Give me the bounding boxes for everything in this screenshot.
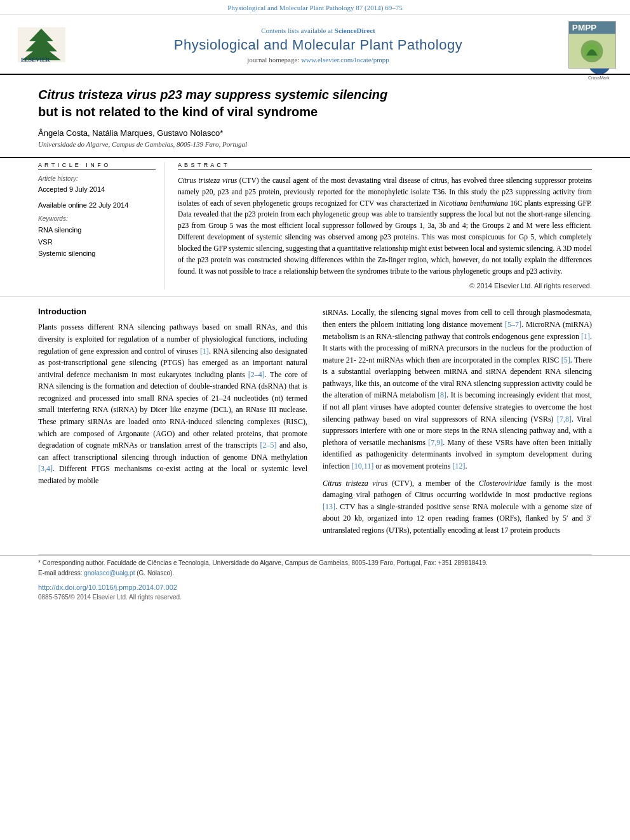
- ref-13-link[interactable]: [13]: [323, 502, 335, 511]
- abstract-heading: A B S T R A C T: [178, 162, 592, 170]
- article-info-column: A R T I C L E I N F O Article history: A…: [38, 162, 165, 290]
- keyword-1: RNA silencing: [38, 224, 156, 236]
- citrus-tristeza-italic: Citrus tristeza virus: [323, 479, 387, 488]
- available-online-date: Available online 22 July 2014: [38, 200, 156, 211]
- sciencedirect-link[interactable]: ScienceDirect: [335, 27, 375, 34]
- corresponding-note-text: * Corresponding author. Faculdade de Ciê…: [38, 559, 488, 566]
- keyword-3: Systemic silencing: [38, 248, 156, 260]
- authors: Ângela Costa, Natália Marques, Gustavo N…: [38, 128, 588, 138]
- intro-paragraph-1: Plants possess different RNA silencing p…: [38, 321, 307, 486]
- pmpp-logo-area: PMPP: [566, 21, 617, 69]
- ref-1b-link[interactable]: [1]: [581, 332, 590, 341]
- svg-text:PMPP: PMPP: [572, 23, 596, 32]
- closteroviridae-italic: Closteroviridae: [479, 479, 526, 488]
- email-note: E-mail address: gnolasco@ualg.pt (G. Nol…: [38, 568, 592, 578]
- article-title-line2: but is not related to the kind of viral …: [38, 105, 318, 119]
- ref-12-link[interactable]: [12]: [453, 462, 466, 470]
- article-title: Citrus tristeza virus p23 may suppress s…: [38, 86, 588, 121]
- article-info-label: A R T I C L E I N F O: [38, 162, 109, 168]
- ref-2-5-link[interactable]: [2–5]: [260, 441, 277, 450]
- copyright: © 2014 Elsevier Ltd. All rights reserved…: [178, 282, 592, 290]
- sciencedirect-label: Contents lists available at ScienceDirec…: [76, 27, 560, 34]
- ref-5b-link[interactable]: [5]: [561, 356, 570, 364]
- author-email-link[interactable]: gnolasco@ualg.pt: [84, 570, 135, 577]
- abstract-label: A B S T R A C T: [178, 162, 228, 168]
- pmpp-logo: PMPP: [568, 21, 616, 69]
- ref-1-link[interactable]: [1]: [200, 347, 209, 356]
- rights-line: 0885-5765/© 2014 Elsevier Ltd. All right…: [0, 592, 630, 604]
- abstract-citrus-italic: Citrus tristeza virus: [178, 177, 237, 184]
- keywords-label: Keywords:: [38, 215, 156, 222]
- ref-3-4-link[interactable]: [3,4]: [38, 464, 53, 473]
- affiliation: Universidade do Algarve, Campus de Gambe…: [38, 140, 588, 148]
- journal-title: Physiological and Molecular Plant Pathol…: [76, 37, 560, 53]
- email-suffix: (G. Nolasco).: [137, 570, 174, 577]
- article-info-heading: A R T I C L E I N F O: [38, 162, 156, 170]
- svg-text:ELSEVIER: ELSEVIER: [21, 57, 50, 62]
- article-title-text: Citrus tristeza virus p23 may suppress s…: [38, 88, 387, 119]
- article-title-section: Citrus tristeza virus p23 may suppress s…: [0, 75, 630, 157]
- history-label: Article history:: [38, 175, 156, 182]
- ref-2-4-link[interactable]: [2–4]: [248, 370, 265, 379]
- corresponding-author-note: * Corresponding author. Faculdade de Ciê…: [38, 558, 592, 568]
- elsevier-tree-icon: ELSEVIER: [18, 27, 65, 62]
- pmpp-journal-image: PMPP: [568, 22, 616, 68]
- left-column: Introduction Plants possess different RN…: [38, 307, 307, 541]
- homepage-url[interactable]: www.elsevier.com/locate/pmpp: [301, 56, 389, 63]
- crossmark-label: CrossMark: [588, 76, 611, 80]
- article-info-abstract: A R T I C L E I N F O Article history: A…: [0, 157, 630, 297]
- journal-citation: Physiological and Molecular Plant Pathol…: [0, 0, 630, 15]
- journal-homepage: journal homepage: www.elsevier.com/locat…: [76, 56, 560, 63]
- abstract-nicotiana-italic: Nicotiana benthamiana: [439, 199, 508, 207]
- right-paragraph-2: Citrus tristeza virus (CTV), a member of…: [323, 477, 592, 537]
- journal-header: ELSEVIER Contents lists available at Sci…: [0, 15, 630, 75]
- abstract-column: A B S T R A C T Citrus tristeza virus (C…: [178, 162, 592, 290]
- abstract-text: Citrus tristeza virus (CTV) the causal a…: [178, 175, 592, 277]
- right-paragraph-1: siRNAs. Locally, the silencing signal mo…: [323, 307, 592, 472]
- accepted-date: Accepted 9 July 2014: [38, 184, 156, 195]
- keywords-section: Keywords: RNA silencing VSR Systemic sil…: [38, 215, 156, 260]
- header-center: Contents lists available at ScienceDirec…: [76, 27, 560, 63]
- main-content: Introduction Plants possess different RN…: [0, 297, 630, 554]
- ref-7-9-link[interactable]: [7,9]: [428, 438, 443, 447]
- ref-5-7-link[interactable]: [5–7]: [505, 320, 521, 329]
- elsevier-logo-area: ELSEVIER: [13, 27, 70, 62]
- elsevier-logo: ELSEVIER: [13, 27, 70, 62]
- email-label: E-mail address:: [38, 570, 82, 577]
- doi-link[interactable]: http://dx.doi.org/10.1016/j.pmpp.2014.07…: [38, 583, 592, 591]
- right-column: siRNAs. Locally, the silencing signal mo…: [323, 307, 592, 541]
- keyword-2: VSR: [38, 236, 156, 248]
- article-title-rest: p23 may suppress systemic silencing: [157, 88, 388, 102]
- introduction-heading: Introduction: [38, 307, 307, 316]
- footnote-area: * Corresponding author. Faculdade de Ciê…: [0, 555, 630, 581]
- ref-10-11-link[interactable]: [10,11]: [352, 462, 374, 470]
- ref-7-8-link[interactable]: [7,8]: [557, 415, 572, 423]
- ref-8-link[interactable]: [8]: [438, 390, 446, 399]
